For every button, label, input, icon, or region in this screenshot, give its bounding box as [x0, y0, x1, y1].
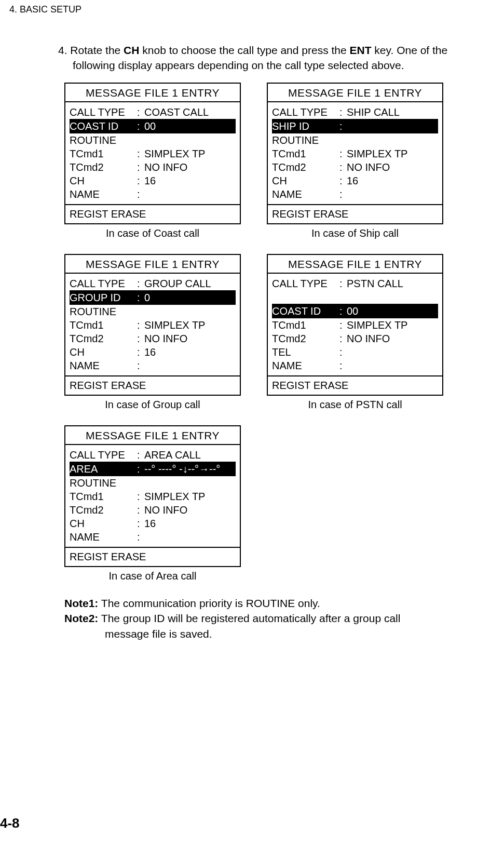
calltype-row: CALL TYPE: COAST CALL: [70, 105, 236, 119]
tcmd2-row: TCmd2: NO INFO: [70, 332, 236, 345]
sep: :: [137, 318, 144, 332]
ch-val: 16: [144, 345, 236, 359]
sep: :: [137, 277, 144, 290]
tcmd1-val: SIMPLEX TP: [347, 147, 438, 160]
page-content: 4. Rotate the CH knob to choose the call…: [58, 43, 498, 641]
routine-row: ROUTINE: [70, 133, 236, 147]
tcmd2-val: NO INFO: [144, 503, 236, 517]
area-row[interactable]: AREA: --° ----° -↓--°→--°: [70, 462, 236, 476]
group-id-row[interactable]: GROUP ID: 0: [70, 290, 236, 305]
panel-footer: REGIST ERASE: [268, 204, 442, 223]
sep: :: [137, 187, 144, 201]
sep: :: [339, 174, 347, 187]
sep: :: [137, 530, 144, 544]
sep: :: [137, 359, 144, 372]
panel-group-coast: MESSAGE FILE 1 ENTRY CALL TYPE: COAST CA…: [64, 83, 241, 250]
section-header: 4. BASIC SETUP: [9, 4, 81, 15]
sep: :: [339, 105, 347, 119]
panel-group-area: MESSAGE FILE 1 ENTRY CALL TYPE: AREA CAL…: [64, 425, 241, 593]
calltype-val: AREA CALL: [144, 448, 236, 462]
caption-group: In case of Group call: [105, 399, 200, 411]
tel-label: TEL: [272, 345, 339, 359]
panel-group-pstn: MESSAGE FILE 1 ENTRY CALL TYPE: PSTN CAL…: [267, 254, 443, 421]
page-number: 4-8: [0, 815, 20, 831]
name-label: NAME: [70, 359, 137, 372]
ch-row: CH: 16: [70, 174, 236, 187]
sep: :: [137, 332, 144, 345]
routine-row: ROUTINE: [70, 476, 236, 490]
panel-footer: REGIST ERASE: [268, 375, 442, 395]
note2-cont: message file is saved.: [105, 626, 498, 641]
note2-text: The group ID will be registered automati…: [98, 612, 400, 624]
tcmd1-val: SIMPLEX TP: [144, 318, 236, 332]
sep: :: [137, 490, 144, 503]
sep: :: [339, 147, 347, 160]
sep: :: [137, 448, 144, 462]
tcmd1-label: TCmd1: [272, 318, 339, 332]
blank-row: [272, 290, 438, 304]
tcmd2-val: NO INFO: [144, 332, 236, 345]
ch-val: 16: [144, 517, 236, 530]
calltype-row: CALL TYPE: SHIP CALL: [272, 105, 438, 119]
ch-row: CH: 16: [272, 174, 438, 187]
tcmd1-val: SIMPLEX TP: [347, 318, 438, 332]
ch-label: CH: [70, 517, 137, 530]
instr-line2: following display appears depending on t…: [73, 58, 498, 73]
tcmd1-row: TCmd1: SIMPLEX TP: [272, 147, 438, 160]
name-label: NAME: [70, 187, 137, 201]
panel-pstn: MESSAGE FILE 1 ENTRY CALL TYPE: PSTN CAL…: [267, 254, 443, 396]
area-val: --° ----° -↓--°→--°: [144, 462, 236, 476]
calltype-val: SHIP CALL: [347, 105, 438, 119]
sep: :: [137, 345, 144, 359]
calltype-label: CALL TYPE: [70, 105, 137, 119]
calltype-row: CALL TYPE: GROUP CALL: [70, 277, 236, 290]
note1: Note1: The communication priority is ROU…: [64, 596, 498, 611]
tcmd1-label: TCmd1: [70, 147, 137, 160]
sep: :: [339, 359, 347, 372]
ship-id-row[interactable]: SHIP ID:: [272, 119, 438, 133]
name-row: NAME:: [70, 187, 236, 201]
calltype-label: CALL TYPE: [272, 277, 339, 290]
caption-pstn: In case of PSTN call: [308, 399, 402, 411]
sep: :: [137, 462, 144, 476]
name-row: NAME:: [272, 359, 438, 372]
tcmd2-row: TCmd2: NO INFO: [272, 160, 438, 174]
name-val: [347, 359, 438, 372]
sep: :: [137, 105, 144, 119]
routine-row: ROUTINE: [272, 133, 438, 147]
calltype-label: CALL TYPE: [70, 277, 137, 290]
calltype-val: COAST CALL: [144, 105, 236, 119]
panel-ship: MESSAGE FILE 1 ENTRY CALL TYPE: SHIP CAL…: [267, 83, 443, 224]
routine-row: ROUTINE: [70, 305, 236, 318]
panel-body: CALL TYPE: PSTN CALL COAST ID: 00 TCmd1:…: [268, 274, 442, 375]
calltype-val: GROUP CALL: [144, 277, 236, 290]
caption-ship: In case of Ship call: [311, 227, 399, 239]
tcmd2-label: TCmd2: [272, 160, 339, 174]
tcmd1-label: TCmd1: [70, 490, 137, 503]
tcmd2-label: TCmd2: [272, 332, 339, 345]
coast-id-row[interactable]: COAST ID: 00: [272, 304, 438, 318]
tcmd2-val: NO INFO: [347, 332, 438, 345]
tcmd2-row: TCmd2: NO INFO: [70, 503, 236, 517]
coast-id-row[interactable]: COAST ID: 00: [70, 119, 236, 133]
tcmd1-row: TCmd1: SIMPLEX TP: [70, 490, 236, 503]
name-val: [144, 530, 236, 544]
panel-title: MESSAGE FILE 1 ENTRY: [65, 84, 240, 102]
ship-id-val: [347, 119, 438, 133]
name-val: [347, 187, 438, 201]
ch-label: CH: [70, 345, 137, 359]
panels-grid: MESSAGE FILE 1 ENTRY CALL TYPE: COAST CA…: [64, 83, 498, 421]
name-val: [144, 187, 236, 201]
tcmd1-row: TCmd1: SIMPLEX TP: [272, 318, 438, 332]
tcmd2-label: TCmd2: [70, 160, 137, 174]
name-val: [144, 359, 236, 372]
panel-body: CALL TYPE: SHIP CALL SHIP ID: ROUTINE TC…: [268, 102, 442, 204]
group-id-val: 0: [144, 291, 236, 304]
ch-val: 16: [347, 174, 438, 187]
calltype-row: CALL TYPE: AREA CALL: [70, 448, 236, 462]
ch-row: CH: 16: [70, 517, 236, 530]
instr-ent: ENT: [350, 44, 372, 56]
coast-id-val: 00: [347, 304, 438, 318]
instr-post: key. One of the: [372, 44, 448, 56]
tcmd2-row: TCmd2: NO INFO: [272, 332, 438, 345]
